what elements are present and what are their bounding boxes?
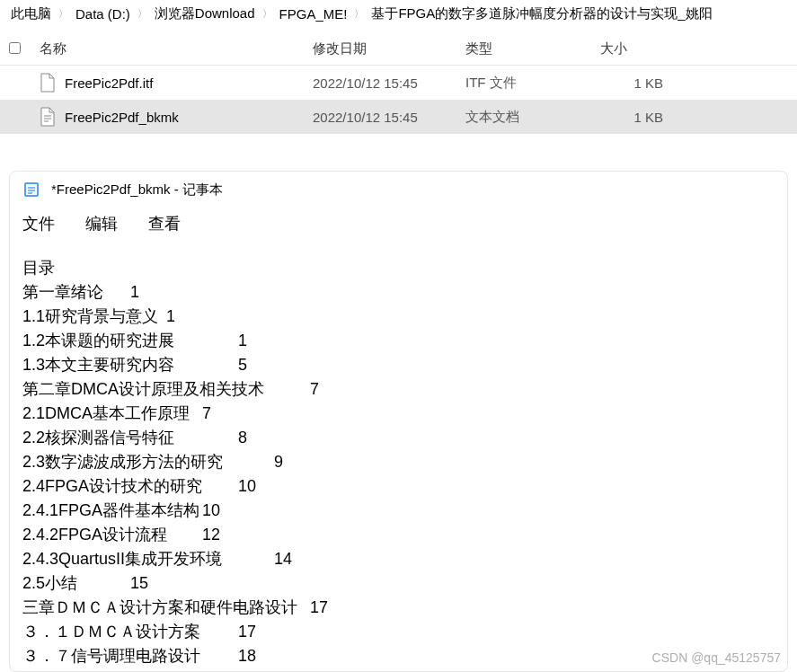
chevron-right-icon: 〉: [352, 7, 366, 21]
file-list: 名称 修改日期 类型 大小 FreePic2Pdf.itf 2022/10/12…: [0, 35, 797, 134]
breadcrumb-item[interactable]: Data (D:): [75, 6, 130, 22]
notepad-text-area[interactable]: 目录 第一章绪论 1 1.1研究背景与意义 1 1.2本课题的研究进展 1 1.…: [10, 247, 787, 671]
file-type: ITF 文件: [465, 75, 600, 92]
column-header-date[interactable]: 修改日期: [313, 40, 465, 57]
menu-file[interactable]: 文件: [22, 213, 55, 234]
file-name: FreePic2Pdf.itf: [65, 75, 153, 91]
file-type: 文本文档: [465, 109, 600, 126]
notepad-titlebar[interactable]: *FreePic2Pdf_bkmk - 记事本: [10, 172, 787, 204]
file-row[interactable]: FreePic2Pdf_bkmk 2022/10/12 15:45 文本文档 1…: [0, 100, 797, 134]
menu-edit[interactable]: 编辑: [85, 213, 118, 234]
chevron-right-icon: 〉: [261, 7, 274, 21]
column-header-type[interactable]: 类型: [465, 40, 600, 57]
breadcrumb: 此电脑 〉 Data (D:) 〉 浏览器Download 〉 FPGA_ME!…: [0, 0, 797, 28]
file-size: 1 KB: [600, 75, 690, 91]
file-generic-icon: [40, 73, 56, 93]
breadcrumb-item[interactable]: 基于FPGA的数字多道脉冲幅度分析器的设计与实现_姚阳: [371, 5, 712, 22]
notepad-window: *FreePic2Pdf_bkmk - 记事本 文件 编辑 查看 目录 第一章绪…: [9, 171, 788, 672]
chevron-right-icon: 〉: [57, 7, 70, 21]
file-date: 2022/10/12 15:45: [313, 75, 465, 91]
notepad-title: *FreePic2Pdf_bkmk - 记事本: [51, 181, 223, 199]
breadcrumb-item[interactable]: 浏览器Download: [155, 5, 255, 22]
select-all-checkbox[interactable]: [0, 41, 25, 57]
checkbox[interactable]: [9, 42, 21, 54]
notepad-app-icon: [22, 181, 40, 199]
file-text-icon: [40, 107, 56, 127]
file-row[interactable]: FreePic2Pdf.itf 2022/10/12 15:45 ITF 文件 …: [0, 66, 797, 100]
breadcrumb-item[interactable]: FPGA_ME!: [279, 6, 348, 22]
column-header-name[interactable]: 名称: [25, 40, 313, 57]
watermark: CSDN @qq_45125757: [652, 650, 781, 665]
file-name: FreePic2Pdf_bkmk: [65, 110, 179, 125]
chevron-right-icon: 〉: [136, 7, 149, 21]
menu-view[interactable]: 查看: [148, 213, 181, 234]
file-list-header: 名称 修改日期 类型 大小: [0, 35, 797, 66]
breadcrumb-item[interactable]: 此电脑: [11, 5, 51, 22]
column-header-size[interactable]: 大小: [600, 40, 690, 57]
notepad-menu-bar: 文件 编辑 查看: [10, 204, 787, 247]
file-size: 1 KB: [600, 110, 690, 125]
file-date: 2022/10/12 15:45: [313, 110, 465, 125]
